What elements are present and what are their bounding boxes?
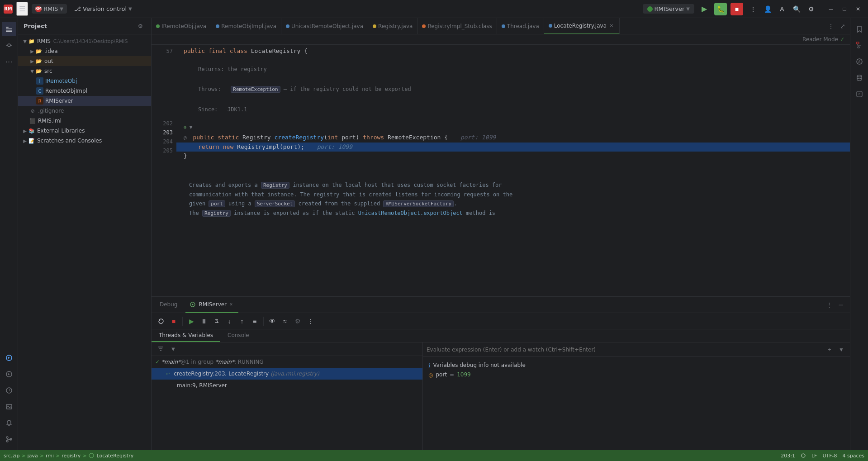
tree-item-iremoteobj[interactable]: I IRemoteObj [18, 76, 151, 86]
status-encoding[interactable]: UTF-8 [822, 453, 837, 459]
debug-stepover-btn[interactable] [211, 315, 223, 327]
debug-frames-btn[interactable]: ≡ [249, 315, 261, 327]
debug-minimize-btn[interactable]: ─ [835, 299, 846, 310]
vcs-chevron: ▼ [128, 6, 132, 11]
tree-item-src[interactable]: ▼ 📂 src [18, 66, 151, 76]
hamburger-menu[interactable]: ☰ [16, 2, 28, 16]
debug-restart-btn[interactable] [155, 315, 167, 327]
tab-locateregistry[interactable]: LocateRegistry.java ✕ [544, 18, 620, 34]
translate-btn[interactable]: A [776, 3, 788, 15]
status-position-val: 203:1 [781, 453, 795, 459]
debug-tab-debug[interactable]: Debug [155, 297, 182, 313]
status-git-icon[interactable] [801, 453, 806, 458]
tree-item-scratches[interactable]: ▶ 📝 Scratches and Consoles [18, 136, 151, 146]
debug-subtab-console[interactable]: Console [220, 329, 256, 342]
threads-expand-btn[interactable]: ▼ [168, 344, 179, 355]
tree-item-gitignore[interactable]: ⊘ .gitignore [18, 106, 151, 116]
debug-stepinto-btn[interactable]: ↓ [223, 315, 235, 327]
sidebar-icon-problems[interactable]: ! [2, 383, 16, 398]
status-classname: LocateRegistry [97, 453, 134, 459]
threads-filter-btn[interactable] [155, 344, 166, 355]
tab-registrystub[interactable]: RegistryImpl_Stub.class [417, 18, 497, 34]
tree-item-remoteobjimpl[interactable]: C RemoteObjImpl [18, 86, 151, 96]
search-btn[interactable]: 🔍 [790, 3, 803, 15]
status-position[interactable]: 203:1 [781, 453, 795, 459]
tree-item-rmis[interactable]: ▼ 📁 RMIS C:\Users\14341\Desktop\RMIS [18, 36, 151, 46]
tree-item-iml[interactable]: ⬛ RMIS.iml [18, 116, 151, 126]
code-spacer2 [184, 77, 843, 81]
code-area[interactable]: public final class LocateRegistry { Retu… [176, 45, 850, 296]
debug-subtab-threads[interactable]: Threads & Variables [152, 329, 220, 342]
debug-more-btn[interactable]: ⋮ [824, 299, 835, 310]
debug-tab-close[interactable]: ✕ [228, 302, 234, 307]
tree-arrow-scratches: ▶ [22, 138, 28, 144]
tab-expand-btn[interactable]: ⤢ [837, 21, 848, 32]
reader-mode-btn[interactable]: Reader Mode ✓ [802, 36, 844, 43]
eval-add-btn[interactable]: + [825, 345, 835, 355]
tab-close-locateregistry[interactable]: ✕ [608, 23, 615, 29]
tab-iremoteobj[interactable]: IRemoteObj.java [152, 18, 211, 34]
right-icon-database[interactable] [852, 71, 867, 85]
tree-item-extlib[interactable]: ▶ 📚 External Libraries [18, 126, 151, 136]
code-badge-remoteexception: RemoteException [231, 86, 280, 93]
sidebar-icon-commit[interactable] [2, 38, 16, 52]
sidebar-icon-run[interactable] [2, 367, 16, 381]
settings-btn[interactable]: ⚙ [805, 3, 817, 15]
debug-stepout-btn[interactable]: ↑ [236, 315, 248, 327]
run-button[interactable]: ▶ [698, 3, 711, 15]
debug-settings-btn[interactable]: ⚙ [292, 315, 304, 327]
project-badge[interactable]: RM RMIS ▼ [32, 4, 67, 14]
maximize-btn[interactable]: □ [838, 3, 851, 15]
sidebar-icon-debug[interactable] [2, 351, 16, 365]
right-icon-ui-designer[interactable] [852, 87, 867, 101]
tab-unicastremote[interactable]: UnicastRemoteObject.java [281, 18, 368, 34]
tree-label-src: src [44, 68, 52, 74]
thread-frame-main[interactable]: main:9, RMIServer [152, 380, 422, 391]
gitignore-icon: ⊘ [29, 107, 36, 114]
eval-expand-btn[interactable]: ▼ [836, 345, 846, 355]
tab-more-btn[interactable]: ⋮ [825, 21, 836, 32]
stop-button[interactable]: ■ [730, 3, 743, 15]
project-settings-btn[interactable]: ⚙ [135, 21, 146, 32]
right-icon-ai[interactable]: AI [852, 54, 867, 69]
debug-panel: Debug RMIServer ✕ ⋮ ─ ■ [152, 296, 850, 450]
more-actions-btn[interactable]: ⋮ [747, 3, 759, 15]
sidebar-icon-notifications[interactable] [2, 416, 16, 430]
status-lf[interactable]: LF [811, 453, 817, 459]
thread-frame-createregistry[interactable]: ↩ createRegistry:203, LocateRegistry (ja… [152, 368, 422, 380]
debug-tab-rmiserver[interactable]: RMIServer ✕ [185, 297, 238, 313]
tree-item-idea[interactable]: ▶ 📂 .idea [18, 46, 151, 56]
close-btn[interactable]: ✕ [852, 3, 864, 15]
var-item-port[interactable]: ◎ port = 1099 [427, 370, 846, 380]
sidebar-icon-git[interactable] [2, 432, 16, 447]
eval-actions: + ▼ [825, 345, 846, 355]
debug-more-tools-btn[interactable]: ⋮ [304, 315, 316, 327]
tab-thread[interactable]: Thread.java [497, 18, 544, 34]
sidebar-icon-project[interactable] [2, 22, 16, 36]
tree-item-out[interactable]: ▶ 📂 out [18, 56, 151, 66]
run-config[interactable]: RMIServer ▼ [643, 4, 694, 14]
variables-toolbar: + ▼ [423, 342, 850, 357]
debug-eval-btn[interactable]: ≈ [279, 315, 291, 327]
sidebar-icon-images[interactable] [2, 399, 16, 414]
tab-registry[interactable]: Registry.java [368, 18, 417, 34]
profile-btn[interactable]: 👤 [761, 3, 774, 15]
debug-sep1 [182, 317, 183, 326]
right-icon-structure[interactable] [852, 38, 867, 52]
thread-main[interactable]: ✓ *main*@1 in group *main*: RUNNING [152, 356, 422, 368]
minimize-btn[interactable]: ─ [825, 3, 837, 15]
debug-stop-btn[interactable]: ■ [168, 315, 180, 327]
right-icon-bookmarks[interactable] [852, 22, 867, 36]
debug-resume-btn[interactable]: ▶ [185, 315, 197, 327]
debug-header: Debug RMIServer ✕ ⋮ ─ [152, 297, 850, 313]
eval-input[interactable] [427, 347, 825, 353]
tree-item-rmiserver[interactable]: R RMIServer [18, 96, 151, 106]
vcs-control[interactable]: ⎇ Version control ▼ [71, 4, 136, 14]
debug-watch-btn[interactable]: 👁 [266, 315, 278, 327]
status-indent[interactable]: 4 spaces [843, 453, 865, 459]
debug-pause-btn[interactable]: ⏸ [198, 315, 210, 327]
tab-remoteobjimpl[interactable]: RemoteObjImpl.java [211, 18, 281, 34]
sidebar-icon-more[interactable]: ⋯ [2, 54, 16, 69]
debug-button[interactable]: 🐛 [714, 3, 727, 15]
status-path[interactable]: src.zip > java > rmi > registry > Locate… [4, 453, 133, 459]
